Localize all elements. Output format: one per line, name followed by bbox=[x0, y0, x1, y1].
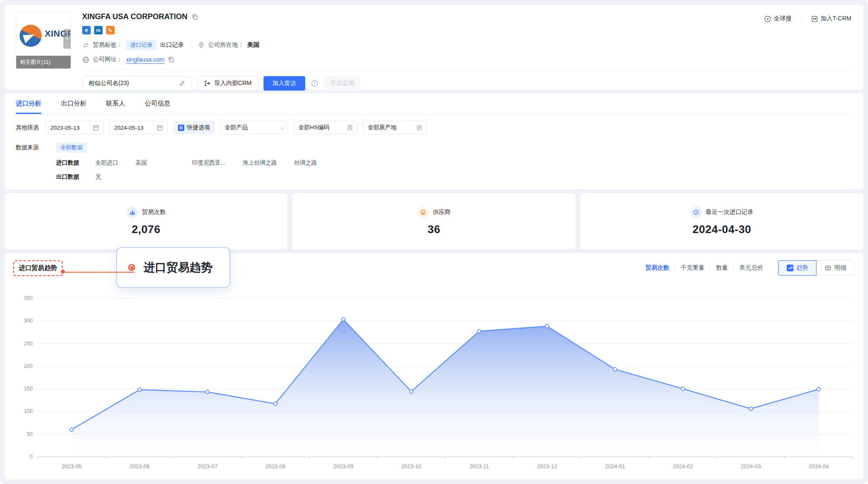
list-doc-icon bbox=[347, 125, 353, 131]
date-from-input[interactable]: 2023-05-13 bbox=[46, 121, 104, 134]
ring-target-icon bbox=[128, 264, 135, 271]
svg-text:2023-08: 2023-08 bbox=[265, 463, 285, 470]
section-title-import-trend: 进口贸易趋势 bbox=[13, 260, 63, 276]
stat-card-suppliers: 供应商 36 bbox=[292, 193, 575, 249]
phone-icon[interactable] bbox=[106, 26, 115, 34]
list-doc-icon bbox=[416, 125, 422, 131]
related-images-label[interactable]: 相关图片(11) bbox=[16, 56, 71, 68]
linkedin-icon[interactable]: in bbox=[94, 26, 103, 34]
start-monitoring-button[interactable]: 开启监测 bbox=[324, 76, 361, 91]
similar-companies-label: 相似公司名(23) bbox=[89, 80, 129, 87]
date-to-input[interactable]: 2024-05-13 bbox=[109, 121, 168, 134]
source-item-usa[interactable]: 美国 bbox=[135, 159, 147, 167]
company-image-thumbnail[interactable]: XINGFA GROUP › 相关图片(11) bbox=[16, 12, 71, 69]
export-data-label: 出口数据 bbox=[56, 173, 79, 181]
divider bbox=[801, 16, 802, 22]
company-logo: XINGFA GROUP bbox=[20, 25, 71, 47]
source-item-maritime-silk-road[interactable]: 海上丝绸之路 bbox=[243, 159, 277, 167]
stat-value-suppliers: 36 bbox=[428, 223, 441, 236]
tab-bar: 进口分析 出口分析 联系人 公司信息 bbox=[16, 93, 852, 114]
trend-icon bbox=[787, 265, 794, 271]
tab-export-analysis[interactable]: 出口分析 bbox=[61, 93, 86, 114]
stats-row: 贸易次数 2,076 供应商 36 最近一次进口记录 2024-04-30 bbox=[5, 193, 863, 249]
info-icon[interactable] bbox=[311, 80, 318, 87]
website-icon[interactable]: e bbox=[82, 26, 91, 34]
svg-text:2023-12: 2023-12 bbox=[537, 463, 557, 470]
stat-value-trade-count: 2,076 bbox=[132, 223, 160, 236]
import-trend-chart[interactable]: 0501001502002503003502023-052023-062023-… bbox=[13, 280, 855, 473]
svg-text:2024-03: 2024-03 bbox=[741, 463, 761, 470]
tag-export-records[interactable]: 出口记录 bbox=[160, 41, 184, 49]
calendar-icon bbox=[93, 125, 99, 131]
origin-value: 全部原产地 bbox=[368, 124, 397, 131]
bar-chart-icon bbox=[126, 207, 138, 218]
company-header-card: XINGFA GROUP › 相关图片(11) XINGFA USA CORPO… bbox=[5, 5, 863, 89]
other-filters-label: 其他筛选 bbox=[16, 124, 39, 131]
stat-label: 最近一次进口记录 bbox=[706, 208, 753, 216]
website-link[interactable]: xingfausa.com bbox=[126, 56, 164, 63]
calendar-icon bbox=[157, 125, 163, 131]
svg-text:300: 300 bbox=[24, 318, 33, 324]
svg-text:2024-04: 2024-04 bbox=[809, 463, 829, 470]
svg-text:350: 350 bbox=[24, 295, 33, 301]
analysis-card: 进口分析 出口分析 联系人 公司信息 其他筛选 2023-05-13 2024-… bbox=[5, 93, 863, 189]
tab-contacts[interactable]: 联系人 bbox=[106, 93, 125, 114]
import-icon bbox=[204, 80, 211, 87]
globe-icon bbox=[82, 56, 89, 63]
stat-card-latest-import: 最近一次进口记录 2024-04-30 bbox=[581, 193, 863, 249]
tag-import-records[interactable]: 进口记录 bbox=[126, 40, 157, 50]
logo-globe-icon bbox=[20, 25, 42, 47]
stat-value-latest-import: 2024-04-30 bbox=[693, 223, 751, 236]
tab-company-info[interactable]: 公司信息 bbox=[145, 93, 170, 114]
stat-label: 贸易次数 bbox=[142, 208, 166, 216]
source-item-silk-road[interactable]: 丝绸之路 bbox=[294, 159, 317, 167]
toggle-detail-view[interactable]: 明细 bbox=[816, 260, 855, 276]
svg-text:2023-11: 2023-11 bbox=[469, 463, 489, 470]
company-name: XINGFA USA CORPORATION bbox=[82, 12, 187, 21]
toggle-trend-view[interactable]: 趋势 bbox=[778, 260, 816, 276]
divider bbox=[82, 70, 852, 71]
add-radar-button[interactable]: 加入雷达 bbox=[264, 76, 305, 91]
origin-select[interactable]: 全部原产地 bbox=[363, 121, 427, 134]
svg-text:100: 100 bbox=[24, 408, 33, 414]
toggle-trend-label: 趋势 bbox=[796, 264, 808, 272]
svg-text:2023-09: 2023-09 bbox=[333, 463, 353, 470]
metric-trade-count[interactable]: 贸易次数 bbox=[640, 264, 675, 272]
join-tcrm-button[interactable]: 加入T-CRM bbox=[811, 15, 851, 23]
location-value: 美国 bbox=[247, 41, 259, 49]
shop-icon bbox=[417, 207, 429, 218]
source-item-all-import[interactable]: 全部进口 bbox=[95, 159, 118, 167]
metric-usd-total[interactable]: 美元总价 bbox=[734, 264, 769, 272]
product-select-value: 全部产品 bbox=[225, 124, 248, 131]
join-tcrm-label: 加入T-CRM bbox=[821, 15, 851, 23]
metric-kg-weight[interactable]: 千克重量 bbox=[675, 264, 710, 272]
page: XINGFA GROUP › 相关图片(11) XINGFA USA CORPO… bbox=[0, 0, 868, 484]
thumbnail-next-chevron-icon[interactable]: › bbox=[63, 29, 71, 48]
global-search-button[interactable]: 全球搜 bbox=[764, 15, 792, 23]
source-item-indonesia[interactable]: 印度尼西亚... bbox=[192, 159, 226, 167]
quick-options-button[interactable]: 快捷选项 bbox=[173, 121, 215, 134]
all-data-tag[interactable]: 全部数据 bbox=[56, 142, 87, 153]
svg-text:2024-01: 2024-01 bbox=[605, 463, 625, 470]
similar-companies-button[interactable]: 相似公司名(23) bbox=[82, 76, 192, 91]
hs-code-select[interactable]: 全部HS编码 bbox=[294, 121, 358, 134]
product-select[interactable]: 全部产品 bbox=[220, 121, 288, 134]
compass-icon bbox=[764, 15, 771, 23]
location-label: 公司所在地： bbox=[208, 41, 244, 49]
metric-quantity[interactable]: 数量 bbox=[710, 264, 733, 272]
svg-text:200: 200 bbox=[24, 363, 33, 369]
toggle-detail-label: 明细 bbox=[834, 264, 846, 272]
clock-icon bbox=[690, 207, 702, 218]
import-crm-label: 导入内部CRM bbox=[214, 80, 252, 87]
annotation-connector-line bbox=[63, 272, 135, 273]
date-from-value: 2023-05-13 bbox=[50, 125, 80, 131]
copy-icon[interactable] bbox=[192, 14, 198, 20]
stat-label: 供应商 bbox=[433, 208, 450, 216]
svg-text:50: 50 bbox=[27, 431, 33, 437]
tab-import-analysis[interactable]: 进口分析 bbox=[16, 93, 41, 114]
svg-text:150: 150 bbox=[24, 386, 33, 392]
copy-icon[interactable] bbox=[168, 56, 175, 63]
import-crm-button[interactable]: 导入内部CRM bbox=[198, 76, 258, 91]
annotation-tooltip: 进口贸易趋势 bbox=[116, 247, 230, 288]
trade-label: 贸易标签： bbox=[93, 41, 123, 49]
